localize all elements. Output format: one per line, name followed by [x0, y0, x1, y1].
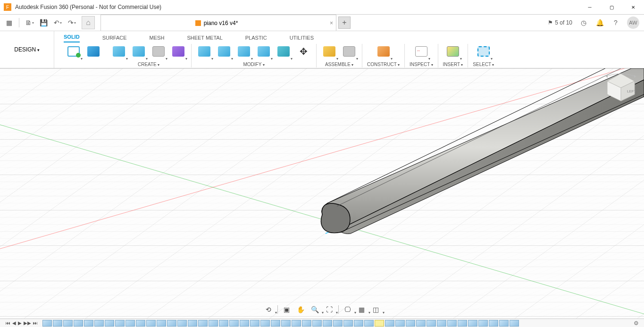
data-panel-icon[interactable]: ▦ — [3, 17, 15, 29]
box-icon[interactable] — [85, 43, 101, 59]
lookat-icon[interactable]: ▣ — [282, 304, 292, 315]
construct-group-label[interactable]: CONSTRUCT — [367, 62, 400, 68]
timeline-feature[interactable] — [84, 320, 93, 327]
help-icon[interactable]: ? — [611, 18, 620, 27]
timeline-feature[interactable] — [42, 320, 52, 327]
timeline-feature[interactable] — [437, 320, 446, 327]
insert-group-label[interactable]: INSERT — [443, 62, 463, 68]
minimize-button[interactable]: ─ — [579, 0, 601, 15]
orbit-icon[interactable]: ⟲ — [263, 304, 274, 315]
new-tab-button[interactable]: + — [338, 17, 351, 29]
timeline-feature[interactable] — [406, 320, 415, 327]
select-group-label[interactable]: SELECT — [473, 62, 494, 68]
timeline-feature[interactable] — [427, 320, 436, 327]
workspace-switcher[interactable]: DESIGN — [0, 31, 54, 68]
inspect-group-label[interactable]: INSPECT — [410, 62, 433, 68]
timeline-feature[interactable] — [167, 320, 176, 327]
file-menu-icon[interactable]: 🗎 — [23, 17, 35, 29]
fit-icon[interactable]: ⛶ — [324, 304, 335, 315]
timeline-settings-icon[interactable]: ⚙ — [634, 320, 642, 327]
timeline-feature[interactable] — [416, 320, 426, 327]
timeline-feature[interactable] — [177, 320, 187, 327]
timeline-feature[interactable] — [343, 320, 353, 327]
timeline-start-icon[interactable]: ⏮ — [6, 320, 10, 326]
viewcube[interactable]: LEFT — [604, 72, 637, 102]
pan-icon[interactable]: ✋ — [296, 304, 306, 315]
display-settings-icon[interactable]: 🖵 — [343, 304, 353, 315]
timeline-feature[interactable] — [250, 320, 259, 327]
timeline-feature[interactable] — [260, 320, 270, 327]
timeline-feature[interactable] — [468, 320, 477, 327]
timeline-feature[interactable] — [312, 320, 322, 327]
assemble-group-label[interactable]: ASSEMBLE — [325, 62, 353, 68]
timeline-feature[interactable] — [333, 320, 343, 327]
timeline-feature[interactable] — [105, 320, 114, 327]
timeline-back-icon[interactable]: ◀ — [12, 320, 16, 326]
extrude-icon[interactable] — [111, 43, 127, 59]
notifications-icon[interactable]: 🔔 — [595, 18, 604, 27]
timeline-feature[interactable] — [364, 320, 374, 327]
timeline-feature[interactable] — [63, 320, 73, 327]
form-icon[interactable] — [151, 43, 167, 59]
user-avatar[interactable]: AW — [627, 17, 639, 29]
timeline-feature[interactable] — [302, 320, 311, 327]
timeline-feature[interactable] — [115, 320, 125, 327]
create-sketch-icon[interactable] — [66, 43, 82, 59]
timeline-feature[interactable] — [136, 320, 145, 327]
timeline-feature[interactable] — [240, 320, 249, 327]
emboss-icon[interactable] — [170, 43, 186, 59]
timeline-controls[interactable]: ⏮ ◀ ▶ ▶▶ ⏭ — [2, 320, 42, 326]
timeline-feature[interactable] — [385, 320, 394, 327]
timeline-feature[interactable] — [94, 320, 104, 327]
maximize-button[interactable]: ▢ — [601, 0, 622, 15]
create-group-label[interactable]: CREATE — [138, 62, 159, 68]
timeline-feature[interactable] — [292, 320, 301, 327]
timeline-feature[interactable] — [271, 320, 280, 327]
tab-mesh[interactable]: MESH — [150, 33, 165, 42]
viewport-canvas[interactable] — [0, 68, 644, 319]
document-tab[interactable]: piano v16 v4* × — [100, 15, 336, 31]
timeline-feature[interactable] — [499, 320, 509, 327]
timeline-end-icon[interactable]: ⏭ — [33, 320, 38, 326]
save-icon[interactable]: 💾 — [37, 17, 50, 29]
zoom-icon[interactable]: 🔍 — [310, 304, 320, 315]
modify-group-label[interactable]: MODIFY — [243, 62, 264, 68]
move-icon[interactable]: ✥ — [295, 43, 311, 59]
timeline-feature[interactable] — [198, 320, 208, 327]
combine-icon[interactable] — [256, 43, 272, 59]
tab-solid[interactable]: SOLID — [64, 32, 80, 42]
timeline-feature[interactable] — [395, 320, 405, 327]
tab-plastic[interactable]: PLASTIC — [245, 33, 267, 42]
insert-icon[interactable] — [445, 43, 461, 59]
close-tab-icon[interactable]: × — [330, 20, 333, 26]
timeline-feature[interactable] — [219, 320, 228, 327]
tab-utilities[interactable]: UTILITIES — [290, 33, 314, 42]
timeline-fwd-icon[interactable]: ▶ — [18, 320, 22, 326]
tab-sheet-metal[interactable]: SHEET METAL — [187, 33, 222, 42]
timeline-feature[interactable] — [489, 320, 498, 327]
timeline[interactable]: ⏮ ◀ ▶ ▶▶ ⏭ ⚙ — [0, 319, 644, 327]
select-icon[interactable] — [476, 43, 492, 59]
press-pull-icon[interactable] — [196, 43, 212, 59]
timeline-feature[interactable] — [146, 320, 156, 327]
timeline-feature[interactable] — [447, 320, 457, 327]
close-button[interactable]: ✕ — [622, 0, 644, 15]
joint-icon[interactable] — [341, 43, 357, 59]
timeline-play-icon[interactable]: ▶▶ — [24, 320, 31, 326]
timeline-feature[interactable] — [209, 320, 218, 327]
fillet-icon[interactable] — [216, 43, 232, 59]
viewport-layout-icon[interactable]: ◫ — [371, 304, 381, 315]
redo-icon[interactable]: ↷ — [66, 17, 78, 29]
timeline-feature[interactable] — [354, 320, 363, 327]
plane-icon[interactable] — [376, 43, 392, 59]
timeline-feature-current[interactable] — [375, 320, 384, 327]
home-button[interactable]: ⌂ — [82, 16, 95, 29]
timeline-feature[interactable] — [74, 320, 83, 327]
timeline-feature[interactable] — [458, 320, 467, 327]
timeline-feature[interactable] — [478, 320, 488, 327]
undo-icon[interactable]: ↶ — [51, 17, 64, 29]
new-component-icon[interactable] — [321, 43, 337, 59]
timeline-feature[interactable] — [229, 320, 239, 327]
revolve-icon[interactable] — [131, 43, 147, 59]
timeline-feature[interactable] — [125, 320, 135, 327]
